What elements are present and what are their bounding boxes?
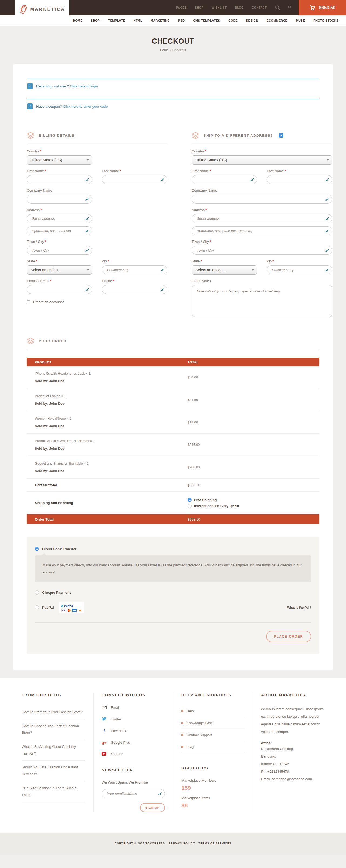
radio-unselected-icon[interactable] xyxy=(187,504,192,508)
nav-item-design[interactable]: DESIGN xyxy=(246,19,258,22)
billing-email-input[interactable] xyxy=(27,285,92,294)
nav-item-shop[interactable]: SHOP xyxy=(91,19,100,22)
shipping-company-input[interactable] xyxy=(192,195,332,204)
autofill-icon[interactable] xyxy=(85,217,89,221)
social-link-google-plus[interactable]: g+ Google Plus xyxy=(102,740,165,745)
autofill-icon[interactable] xyxy=(325,229,329,233)
product-name[interactable]: iPhone 5s with Headphones Jack × 1 xyxy=(35,372,187,375)
blog-post-link[interactable]: Plus Size Fashion: Is There Such a Thing… xyxy=(22,781,85,802)
shipping-address2-input[interactable] xyxy=(192,226,332,235)
brand-logo[interactable]: MARKETICA xyxy=(15,0,69,19)
what-is-paypal-link[interactable]: What is PayPal? xyxy=(287,606,311,609)
topbar-link-shop[interactable]: SHOP xyxy=(195,6,204,9)
nav-item-psd[interactable]: PSD xyxy=(178,19,185,22)
nav-item-ecommerce[interactable]: ECOMMERCE xyxy=(267,19,287,22)
product-name[interactable]: Gadget and Things on the Table × 1 xyxy=(35,462,187,465)
radio-unselected-icon[interactable] xyxy=(35,606,39,610)
autofill-icon[interactable] xyxy=(325,248,329,252)
contact-support-link[interactable]: Contact Support xyxy=(181,729,245,741)
breadcrumb-home-link[interactable]: Home xyxy=(160,48,169,52)
nav-item-code[interactable]: CODE xyxy=(229,19,238,22)
product-name[interactable]: Proton Absolute Wordpress Themes × 1 xyxy=(35,439,187,443)
autofill-icon[interactable] xyxy=(325,268,329,272)
newsletter-email-input[interactable] xyxy=(102,789,165,798)
help-link[interactable]: Help xyxy=(181,705,245,717)
billing-country-select[interactable]: United States (US) xyxy=(27,155,92,165)
topbar-link-pages[interactable]: PAGES xyxy=(176,6,187,9)
autofill-icon[interactable] xyxy=(160,268,164,272)
social-link-email[interactable]: Email xyxy=(102,705,165,710)
autofill-icon[interactable] xyxy=(158,792,162,796)
create-account-checkbox[interactable]: Create an account? xyxy=(27,300,167,304)
login-link[interactable]: Click here to login xyxy=(70,84,98,88)
topbar-link-wishlist[interactable]: WISHLIST xyxy=(212,6,227,9)
autofill-icon[interactable] xyxy=(85,287,89,291)
billing-zip-input[interactable] xyxy=(102,265,167,274)
social-link-youtube[interactable]: Youtube xyxy=(102,752,165,756)
place-order-button[interactable]: PLACE ORDER xyxy=(266,631,311,642)
terms-link[interactable]: Terms of Services xyxy=(198,842,231,845)
international-delivery-option[interactable]: International Delivery: $5.90 xyxy=(187,504,239,508)
radio-selected-icon[interactable] xyxy=(187,498,192,502)
order-notes-textarea[interactable] xyxy=(192,285,332,317)
signup-button[interactable]: SIGN UP xyxy=(140,803,165,812)
autofill-icon[interactable] xyxy=(250,178,254,182)
billing-phone-input[interactable] xyxy=(102,285,167,294)
radio-selected-icon[interactable] xyxy=(35,547,39,551)
product-name[interactable]: Variant of Laptop × 1 xyxy=(35,394,187,398)
nav-item-photo-stocks[interactable]: PHOTO STOCKS xyxy=(313,19,339,22)
payment-method-paypal[interactable]: PayPal ▶ PayPal VISA What is PayPal? xyxy=(35,601,311,613)
billing-address2-input[interactable] xyxy=(27,226,92,235)
ship-different-checkbox[interactable] xyxy=(279,133,283,137)
shipping-zip-input[interactable] xyxy=(267,265,332,274)
autofill-icon[interactable] xyxy=(325,217,329,221)
social-link-twitter[interactable]: Twitter xyxy=(102,717,165,721)
autofill-icon[interactable] xyxy=(85,248,89,252)
payment-method-bank-transfer[interactable]: Direct Bank Transfer xyxy=(35,547,311,551)
topbar-link-contact[interactable]: CONTACT xyxy=(252,6,267,9)
blog-post-link[interactable]: What is So Alluring About Celebrity Fash… xyxy=(22,740,85,761)
billing-state-select[interactable]: Select an option... xyxy=(27,265,92,275)
search-icon[interactable] xyxy=(275,5,280,10)
nav-item-home[interactable]: HOME xyxy=(73,19,82,22)
shipping-street-address-input[interactable] xyxy=(192,214,332,223)
shipping-last-name-input[interactable] xyxy=(267,175,332,184)
autofill-icon[interactable] xyxy=(160,178,164,182)
nav-item-marketing[interactable]: MARKETING xyxy=(150,19,170,22)
billing-first-name-input[interactable] xyxy=(27,175,92,184)
blog-post-link[interactable]: How To Choose The Perfect Fashion Store? xyxy=(22,719,85,740)
topbar-link-blog[interactable]: BLOG xyxy=(235,6,244,9)
nav-item-cms-templates[interactable]: CMS TEMPLATES xyxy=(193,19,220,22)
product-name[interactable]: Women Hold iPhone × 1 xyxy=(35,417,187,421)
billing-street-address-input[interactable] xyxy=(27,214,92,223)
cart-button[interactable]: $653.50 xyxy=(299,0,346,16)
autofill-icon[interactable] xyxy=(85,229,89,233)
billing-company-input[interactable] xyxy=(27,195,92,204)
free-shipping-option[interactable]: Free Shipping xyxy=(187,498,239,502)
user-icon[interactable] xyxy=(287,5,292,10)
radio-unselected-icon[interactable] xyxy=(35,590,39,594)
shipping-state-select[interactable]: Select an option... xyxy=(192,265,257,275)
payment-method-cheque[interactable]: Cheque Payment xyxy=(35,590,311,594)
autofill-icon[interactable] xyxy=(325,197,329,201)
shipping-first-name-input[interactable] xyxy=(192,175,257,184)
social-link-facebook[interactable]: f Facebook xyxy=(102,728,165,733)
faq-link[interactable]: FAQ xyxy=(181,741,245,753)
shipping-town-input[interactable] xyxy=(192,246,332,255)
checkbox-unchecked-icon[interactable] xyxy=(27,300,30,304)
blog-post-link[interactable]: How To Start Your Own Fashion Store? xyxy=(22,705,85,719)
autofill-icon[interactable] xyxy=(325,178,329,182)
autofill-icon[interactable] xyxy=(85,197,89,201)
blog-post-link[interactable]: Should You Use Fashion Consultant Servic… xyxy=(22,761,85,781)
autofill-icon[interactable] xyxy=(85,178,89,182)
nav-item-html[interactable]: HTML xyxy=(134,19,142,22)
nav-item-template[interactable]: TEMPLATE xyxy=(108,19,125,22)
autofill-icon[interactable] xyxy=(160,287,164,291)
nav-item-muse[interactable]: MUSE xyxy=(296,19,305,22)
coupon-link[interactable]: Click here to enter your code xyxy=(63,104,108,108)
billing-town-input[interactable] xyxy=(27,246,92,255)
privacy-policy-link[interactable]: Privacy Policy xyxy=(169,842,195,845)
billing-last-name-input[interactable] xyxy=(102,175,167,184)
shipping-country-select[interactable]: United States (US) xyxy=(192,155,332,165)
knowledge-base-link[interactable]: Knowladge Base xyxy=(181,717,245,729)
